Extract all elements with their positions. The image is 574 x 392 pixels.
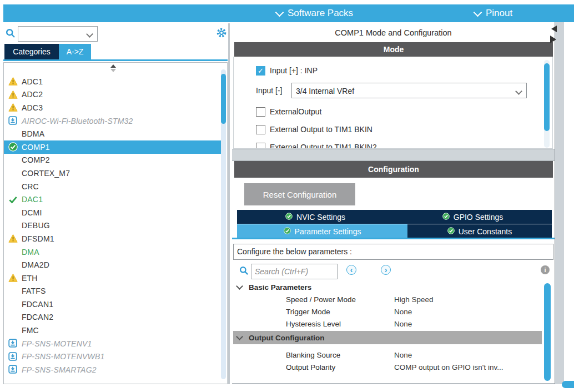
tab-categories[interactable]: Categories bbox=[4, 44, 59, 59]
parameters-scrollbar-thumb[interactable] bbox=[544, 283, 551, 381]
list-item-label: CRC bbox=[22, 182, 39, 191]
list-item-label: CORTEX_M7 bbox=[22, 169, 70, 178]
info-icon[interactable]: i bbox=[541, 265, 550, 274]
checkbox-label: Input [+] : INP bbox=[270, 66, 318, 75]
list-item[interactable]: DMA bbox=[4, 245, 221, 259]
list-item[interactable]: COMP1 bbox=[4, 140, 221, 154]
parameter-search-input[interactable] bbox=[251, 264, 338, 279]
tab-parameter-settings[interactable]: Parameter Settings bbox=[237, 224, 407, 238]
parameter-group-row[interactable]: Basic Parameters bbox=[233, 281, 542, 293]
list-scrollbar-thumb[interactable] bbox=[221, 74, 226, 124]
list-item-label: DEBUG bbox=[22, 221, 50, 230]
input-minus-select[interactable]: 3/4 Internal VRef bbox=[291, 83, 527, 98]
right-scroll-rail[interactable] bbox=[555, 22, 564, 384]
list-item-label: DMA bbox=[22, 248, 39, 257]
mode-section: ✓Input [+] : INPInput [-]3/4 Internal VR… bbox=[233, 57, 553, 149]
list-item[interactable]: DMA2D bbox=[4, 258, 221, 272]
list-item[interactable]: FDCAN2 bbox=[4, 311, 221, 324]
sort-toggle[interactable] bbox=[110, 64, 116, 72]
parameter-search-row: ‹ › i bbox=[232, 263, 551, 279]
list-item[interactable]: FATFS bbox=[4, 285, 221, 298]
horizontal-scrollbar-thumb[interactable] bbox=[562, 381, 574, 388]
top-view-bar: Software Packs Pinout bbox=[3, 4, 574, 22]
warning-icon bbox=[8, 103, 18, 112]
list-item[interactable]: FDCAN1 bbox=[4, 298, 221, 311]
parameter-value[interactable]: High Speed bbox=[394, 295, 434, 304]
pinout-menu[interactable]: Pinout bbox=[475, 4, 512, 22]
list-item[interactable]: ADC3 bbox=[4, 101, 221, 114]
parameter-group-name: Basic Parameters bbox=[249, 283, 311, 292]
download-icon bbox=[8, 116, 18, 125]
parameter-value[interactable]: None bbox=[394, 320, 412, 328]
list-item-label: FP-SNS-MOTENV1 bbox=[22, 339, 92, 348]
mode-configuration-panel: COMP1 Mode and Configuration Mode ✓Input… bbox=[232, 23, 555, 384]
list-item[interactable]: CORTEX_M7 bbox=[4, 167, 221, 180]
checkbox[interactable] bbox=[256, 107, 265, 117]
list-item[interactable]: FP-SNS-SMARTAG2 bbox=[4, 363, 221, 376]
list-item[interactable]: COMP2 bbox=[4, 154, 221, 167]
list-item-label: FATFS bbox=[22, 287, 46, 295]
warning-icon bbox=[8, 77, 18, 86]
panel-divider[interactable] bbox=[228, 23, 230, 384]
parameter-value[interactable]: COMP output on GPIO isn't inv... bbox=[394, 363, 503, 371]
tab-user-constants[interactable]: User Constants bbox=[407, 224, 552, 238]
search-icon bbox=[239, 266, 249, 275]
page-title: COMP1 Mode and Configuration bbox=[232, 23, 555, 42]
collapse-left-icon[interactable] bbox=[551, 26, 557, 32]
parameter-value[interactable]: None bbox=[394, 308, 412, 316]
gear-icon[interactable] bbox=[215, 27, 228, 39]
list-item[interactable]: DCMI bbox=[4, 206, 221, 219]
list-item[interactable]: DEBUG bbox=[4, 219, 221, 233]
reset-configuration-button[interactable]: Reset Configuration bbox=[244, 183, 355, 205]
list-item[interactable]: AIROC-Wi-Fi-Bluetooth-STM32 bbox=[4, 114, 221, 128]
tab-nvic-settings[interactable]: NVIC Settings bbox=[237, 210, 394, 224]
software-packs-menu[interactable]: Software Packs bbox=[276, 4, 353, 22]
parameter-name: Speed / Power Mode bbox=[286, 295, 394, 304]
tab-a-to-z[interactable]: A->Z bbox=[59, 44, 91, 59]
checkbox-label: External Output to TIM1 BKIN2 bbox=[270, 143, 377, 149]
list-item[interactable]: ETH bbox=[4, 272, 221, 285]
list-item[interactable]: ADC2 bbox=[4, 88, 221, 102]
chevron-down-icon bbox=[275, 8, 284, 17]
stm32cubemx-window: Software Packs Pinout Categories A->Z bbox=[0, 0, 574, 392]
list-item-label: AIROC-Wi-Fi-Bluetooth-STM32 bbox=[22, 117, 133, 125]
search-next-button[interactable]: › bbox=[381, 265, 391, 275]
list-item[interactable]: FP-SNS-MOTENV1 bbox=[4, 337, 221, 350]
parameter-name: Trigger Mode bbox=[286, 308, 394, 316]
parameter-name: Blanking Source bbox=[286, 351, 394, 359]
list-item[interactable]: FP-SNS-MOTENVWB1 bbox=[4, 350, 221, 363]
list-item[interactable]: FMC bbox=[4, 324, 221, 337]
sort-down-icon bbox=[110, 69, 116, 72]
tab-gpio-settings[interactable]: GPIO Settings bbox=[394, 210, 552, 224]
check-badge-icon bbox=[442, 213, 450, 222]
list-item-label: COMP1 bbox=[22, 143, 50, 152]
checkbox[interactable] bbox=[256, 125, 265, 134]
mode-checkbox-row: External Output to TIM1 BKIN bbox=[256, 123, 552, 135]
input-minus-label: Input [-] bbox=[256, 86, 291, 95]
parameter-value[interactable]: None bbox=[394, 351, 412, 359]
checkbox[interactable]: ✓ bbox=[256, 66, 265, 76]
chevron-down-icon bbox=[86, 31, 93, 38]
configuration-tab-row: NVIC SettingsGPIO Settings bbox=[237, 210, 552, 224]
check-badge-icon bbox=[285, 213, 293, 222]
list-item[interactable]: DFSDM1 bbox=[4, 232, 221, 245]
search-previous-button[interactable]: ‹ bbox=[346, 265, 356, 275]
list-item[interactable]: BDMA bbox=[4, 127, 221, 140]
peripheral-search-combobox[interactable] bbox=[18, 26, 98, 42]
list-item-label: ETH bbox=[22, 274, 38, 283]
section-splitter[interactable] bbox=[232, 149, 555, 161]
parameter-group-row[interactable]: Output Configuration bbox=[233, 331, 542, 344]
download-icon bbox=[8, 352, 18, 361]
peripherals-panel: Categories A->Z ADC1ADC2ADC3AIROC-Wi-Fi-… bbox=[3, 23, 228, 384]
input-minus-value: 3/4 Internal VRef bbox=[296, 87, 354, 96]
tab-underline bbox=[3, 59, 228, 61]
list-item[interactable]: DAC1 bbox=[4, 193, 221, 206]
list-item[interactable]: CRC bbox=[4, 180, 221, 193]
configuration-tab-underline bbox=[232, 238, 555, 239]
list-item[interactable]: ADC1 bbox=[4, 75, 221, 88]
parameter-row: Trigger ModeNone bbox=[233, 305, 542, 318]
mode-scrollbar-thumb[interactable] bbox=[544, 63, 550, 131]
expand-right-icon[interactable] bbox=[550, 36, 556, 43]
list-item-label: FMC bbox=[22, 326, 39, 335]
checkbox[interactable] bbox=[256, 143, 265, 149]
